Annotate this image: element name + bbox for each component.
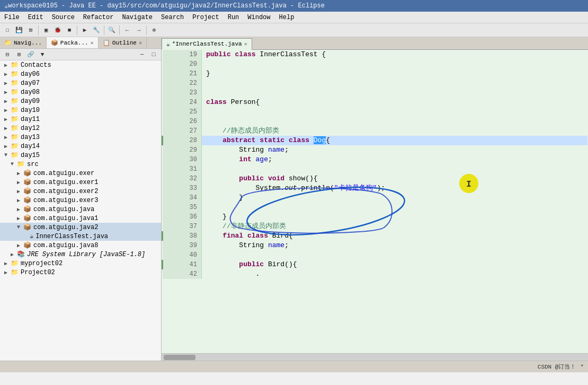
toolbar-ext-tools[interactable]: 🔧 [91,25,102,36]
tree-item-project02[interactable]: ▶ 📁 Project02 [0,268,161,277]
code-row-35: 35 [163,203,587,212]
panel-expand[interactable]: ⊞ [14,49,24,60]
line-num-19: 19 [163,50,202,59]
code-content-20[interactable] [201,59,587,69]
tree-item-day09[interactable]: ▶ 📁 day09 [0,97,161,106]
tree-item-innerclasstest[interactable]: ☕ InnerClassTest.java [0,232,161,241]
code-content-40[interactable] [201,250,587,260]
code-content-34[interactable]: } [201,193,587,203]
code-content-30[interactable]: int age; [201,155,587,164]
code-content-23[interactable] [201,88,587,98]
code-content-39[interactable]: String name; [201,241,587,250]
toolbar-more[interactable]: ⊕ [149,25,159,36]
toolbar-save[interactable]: 💾 [14,25,24,36]
toolbar-save-all[interactable]: ⊞ [25,25,36,36]
menu-window[interactable]: Window [243,12,274,23]
tree-item-myproject02[interactable]: ▶ 📁 myproject02 [0,259,161,268]
code-content-38[interactable]: final class Bird{ [201,231,587,241]
menu-help[interactable]: Help [275,12,299,23]
line-num-35: 35 [163,203,202,212]
tree-item-src[interactable]: ▼ 📁 src [0,160,161,169]
panel-link[interactable]: 🔗 [25,49,36,60]
code-content-36[interactable]: } [201,212,587,222]
code-row-34: 34 } [163,193,587,203]
tree-item-exer3[interactable]: ▶ 📦 com.atguigu.exer3 [0,196,161,205]
sep4 [119,25,120,35]
tree-item-java2[interactable]: ▼ 📦 com.atguigu.java2 [0,223,161,232]
panel-filter[interactable]: ▼ [37,49,48,60]
editor-hscrollbar[interactable] [162,353,588,361]
tree-view[interactable]: ▶ 📁 Contacts ▶ 📁 day06 ▶ 📁 day07 ▶ 📁 da [0,60,161,361]
toolbar-debug[interactable]: 🐞 [52,25,63,36]
tree-item-day15[interactable]: ▼ 📁 day15 [0,151,161,160]
code-content-32[interactable]: public void show(){ [201,174,587,183]
code-content-35[interactable] [201,203,587,212]
code-content-33[interactable]: System.out.println("卡拉是条狗"); [201,183,587,193]
tree-item-contacts[interactable]: ▶ 📁 Contacts [0,60,161,69]
toolbar-run-prev[interactable]: ▣ [41,25,51,36]
menu-project[interactable]: Project [188,12,223,23]
code-editor[interactable]: 19 public class InnerClassTest { 20 21 } [162,50,588,353]
tree-item-day13[interactable]: ▶ 📁 day13 [0,133,161,142]
outline-close[interactable]: ✕ [139,40,142,46]
tree-item-day10[interactable]: ▶ 📁 day10 [0,106,161,115]
code-content-29[interactable]: String name; [201,145,587,155]
panel-max[interactable]: □ [148,49,159,60]
code-content-25[interactable] [201,107,587,117]
editor-tab-innerclasstest[interactable]: ☕ *InnerClassTest.java ✕ [162,38,252,50]
pkg-close[interactable]: ✕ [91,40,94,46]
panel-collapse[interactable]: ⊟ [2,49,13,60]
tree-item-java[interactable]: ▶ 📦 com.atguigu.java [0,205,161,214]
code-content-42[interactable]: . [201,269,587,279]
menu-search[interactable]: Search [157,12,188,23]
menu-run[interactable]: Run [224,12,244,23]
code-row-29: 29 String name; [163,145,587,155]
toolbar-next-edit[interactable]: → [133,25,144,36]
code-content-37[interactable]: //非静态成员内部类 [201,222,587,231]
panel-tab-navigator[interactable]: 📁 Navig... [0,37,47,48]
code-content-28[interactable]: abstract static class Dog{ [201,136,587,145]
menu-edit[interactable]: Edit [24,12,48,23]
menu-file[interactable]: File [0,12,24,23]
panel-min[interactable]: ─ [137,49,147,60]
code-content-31[interactable] [201,164,587,174]
tree-item-day07[interactable]: ▶ 📁 day07 [0,78,161,88]
panel-tab-package[interactable]: 📦 Packa... ✕ [47,37,99,48]
menubar: File Edit Source Refactor Navigate Searc… [0,12,588,23]
nav-icon: 📁 [4,39,12,46]
menu-source[interactable]: Source [48,12,79,23]
editor-area[interactable]: ☕ *InnerClassTest.java ✕ 19 public class… [162,37,588,361]
toolbar-run[interactable]: ▶ [79,25,90,36]
tree-item-day11[interactable]: ▶ 📁 day11 [0,115,161,124]
tree-item-exer2[interactable]: ▶ 📦 com.atguigu.exer2 [0,187,161,196]
code-content-19[interactable]: public class InnerClassTest { [201,50,587,59]
sep5 [146,25,147,35]
line-num-40: 40 [163,250,202,260]
menu-navigate[interactable]: Navigate [118,12,157,23]
code-content-26[interactable] [201,117,587,126]
tree-item-day08[interactable]: ▶ 📁 day08 [0,88,161,97]
toolbar-new[interactable]: ☐ [2,25,13,36]
code-row-24: 24 class Person{ [163,98,587,107]
code-content-27[interactable]: //静态成员内部类 [201,126,587,136]
code-content-21[interactable]: } [201,69,587,78]
tree-item-day12[interactable]: ▶ 📁 day12 [0,124,161,133]
code-content-24[interactable]: class Person{ [201,98,587,107]
toolbar-stop[interactable]: ■ [64,25,75,36]
code-content-41[interactable]: public Bird(){ [201,260,587,269]
tree-item-exer[interactable]: ▶ 📦 com.atguigu.exer [0,169,161,178]
panel-tab-outline[interactable]: 📋 Outline ✕ [99,37,147,48]
tree-item-day14[interactable]: ▶ 📁 day14 [0,142,161,151]
tree-item-java8[interactable]: ▶ 📦 com.atguigu.java8 [0,241,161,250]
menu-refactor[interactable]: Refactor [79,12,118,23]
tree-item-exer1[interactable]: ▶ 📦 com.atguigu.exer1 [0,178,161,187]
status-indicator: * [580,364,584,370]
sep2 [77,25,77,35]
tree-item-jre[interactable]: ▶ 📚 JRE System Library [JavaSE-1.8] [0,250,161,259]
tree-item-java1[interactable]: ▶ 📦 com.atguigu.java1 [0,214,161,223]
tree-item-day06[interactable]: ▶ 📁 day06 [0,69,161,78]
toolbar-search[interactable]: 🔍 [106,25,117,36]
tab-close[interactable]: ✕ [244,41,247,47]
toolbar-prev-edit[interactable]: ← [122,25,132,36]
code-content-22[interactable] [201,78,587,88]
